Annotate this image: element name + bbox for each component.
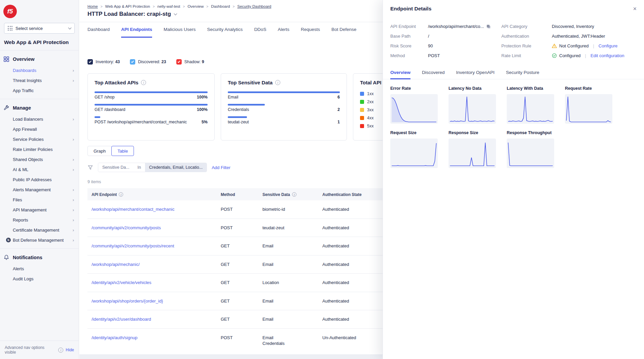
checkbox-icon (130, 59, 135, 65)
bell-icon (3, 254, 9, 261)
endpoint-link[interactable]: /identity/api/v2/user/dashboard (92, 317, 151, 322)
sidebar-item-api-management[interactable]: API Management› (0, 205, 79, 215)
check-circle-icon (552, 53, 557, 58)
checkbox-discovered[interactable]: Discovered: 23 (130, 59, 166, 65)
add-filter-button[interactable]: Add Filter (212, 165, 230, 170)
sidebar-item-ai-ml[interactable]: AI & ML› (0, 164, 79, 174)
sidebar-item-certificate-management[interactable]: Certificate Management› (0, 225, 79, 235)
info-icon: i (58, 348, 63, 353)
sidebar-item-reports[interactable]: Reports› (0, 215, 79, 225)
view-toggle-graph[interactable]: Graph (87, 146, 112, 156)
nav-section-notifications: NotificationsAlertsAudit Logs (0, 248, 79, 287)
metric-bar (95, 116, 100, 118)
chevron-right-icon: › (73, 137, 74, 142)
nav-section-manage: ManageLoad Balancers›App FirewallService… (0, 99, 79, 248)
card-title: Total API (360, 80, 381, 85)
legend-swatch (360, 92, 364, 96)
breadcrumb-item-security-dashboard[interactable]: Security Dashboard (237, 4, 271, 8)
panel-tab-inventory-openapi[interactable]: Inventory OpenAPI (456, 67, 495, 79)
app-root: f5 Select service Web App & API Protecti… (0, 0, 644, 359)
sidebar-nav: OverviewDashboards›Threat Insights›App T… (0, 50, 79, 287)
tab-requests[interactable]: Requests (301, 22, 320, 38)
column-sensitive-data: Sensitive Datai (258, 188, 318, 200)
sidebar-item-app-firewall[interactable]: App Firewall (0, 124, 79, 134)
checkbox-icon (87, 59, 93, 65)
legend-swatch (360, 100, 364, 104)
copy-icon[interactable] (486, 24, 491, 29)
checkbox-shadow[interactable]: Shadow: 9 (176, 59, 204, 65)
sidebar-item-rate-limiter-policies[interactable]: Rate Limiter Policies (0, 144, 79, 154)
info-icon: i (141, 80, 146, 85)
chart-plot (390, 94, 438, 124)
sidebar-item-public-ip-addresses[interactable]: Public IP Addresses (0, 174, 79, 185)
link-configure[interactable]: Configure (599, 43, 617, 48)
filter-operator[interactable]: In (134, 163, 145, 172)
breadcrumb-item-web-app-api-protection[interactable]: Web App & API Protection (105, 4, 150, 8)
waffle-icon (8, 26, 12, 31)
chart-latency-no-data: Latency No Data (449, 86, 496, 124)
chart-response-throughput: Response Throughput (507, 130, 554, 168)
chevron-right-icon: › (73, 187, 74, 192)
link-edit-configuration[interactable]: Edit configuration (591, 53, 624, 58)
sidebar-item-alerts-management[interactable]: Alerts Management› (0, 185, 79, 195)
chevron-down-icon[interactable] (174, 12, 177, 15)
tab-bot-defense[interactable]: Bot Defense (331, 22, 356, 38)
sidebar: f5 Select service Web App & API Protecti… (0, 0, 79, 359)
endpoint-link[interactable]: /identity/api/v2/vehicle/vehicles (92, 280, 151, 285)
view-toggle-table[interactable]: Table (111, 146, 134, 156)
select-service-dropdown[interactable]: Select service (4, 23, 75, 34)
panel-tab-discovered[interactable]: Discovered (422, 67, 445, 79)
tab-api-endpoints[interactable]: API Endpoints (121, 22, 152, 38)
chart-title: Request Size (390, 130, 438, 135)
tab-malicious-users[interactable]: Malicious Users (164, 22, 195, 38)
tab-ddos[interactable]: DDoS (254, 22, 266, 38)
chevron-right-icon: › (73, 78, 74, 83)
chevron-down-icon (68, 26, 72, 29)
tab-security-analytics[interactable]: Security Analytics (207, 22, 243, 38)
endpoint-link[interactable]: /community/api/v2/community/posts/recent (92, 243, 174, 248)
chart-title: Request Rate (565, 86, 612, 91)
panel-tab-overview[interactable]: Overview (390, 67, 410, 79)
sidebar-item-threat-insights[interactable]: Threat Insights› (0, 75, 79, 85)
hide-link[interactable]: Hide (66, 348, 74, 352)
chart-error-rate: Error Rate (390, 86, 438, 124)
filter-value[interactable]: Credentials, Email, Locatio... (145, 163, 207, 172)
chart-title: Latency With Data (507, 86, 554, 91)
chevron-right-icon: › (73, 228, 74, 233)
chart-plot (507, 138, 554, 168)
sidebar-item-app-traffic[interactable]: App Traffic (0, 85, 79, 95)
tab-dashboard[interactable]: Dashboard (87, 22, 110, 38)
sidebar-item-load-balancers[interactable]: Load Balancers› (0, 114, 79, 124)
f5-logo[interactable]: f5 (3, 5, 17, 18)
chart-plot (565, 94, 612, 124)
sidebar-item-files[interactable]: Files› (0, 195, 79, 205)
tab-alerts[interactable]: Alerts (278, 22, 289, 38)
sidebar-item-service-policies[interactable]: Service Policies› (0, 134, 79, 144)
breadcrumb-item-nelly-waf-test[interactable]: nelly-waf-test (157, 4, 180, 8)
endpoint-link[interactable]: /workshop/api/mechanic/ (92, 262, 140, 267)
endpoint-link[interactable]: /community/api/v2/community/posts (92, 225, 161, 230)
sidebar-item-dashboards[interactable]: Dashboards› (0, 65, 79, 75)
endpoint-link[interactable]: /identity/api/auth/signup (92, 335, 138, 340)
endpoint-link[interactable]: /workshop/api/merchant/contact_mechanic (92, 207, 174, 212)
chart-title: Error Rate (390, 86, 438, 91)
panel-tab-security-posture[interactable]: Security Posture (506, 67, 539, 79)
card-title: Top Attacked APIs (95, 80, 138, 85)
sensitive-data-row: Email6 (228, 91, 340, 99)
endpoint-link[interactable]: /workshop/api/shop/orders/{order_id} (92, 298, 163, 304)
field-risk-score: Risk Score90 (390, 42, 501, 49)
sidebar-item-audit-logs[interactable]: Audit Logs (0, 274, 79, 284)
close-icon[interactable]: × (633, 6, 637, 12)
sidebar-item-shared-objects[interactable]: Shared Objects› (0, 154, 79, 164)
sidebar-item-alerts[interactable]: Alerts (0, 264, 79, 274)
card-title: Top Sensitive Data (228, 80, 273, 85)
breadcrumb-item-dashboard[interactable]: Dashboard (211, 4, 230, 8)
field-protection-rule: Protection RuleNot Configured|Configure (501, 42, 637, 49)
endpoint-details-panel: Endpoint Details × API Endpoint/workshop… (383, 0, 644, 359)
checkbox-inventory[interactable]: Inventory: 43 (87, 59, 120, 65)
breadcrumb-item-home[interactable]: Home (87, 4, 98, 8)
sidebar-item-bot-defense-management[interactable]: bBot Defense Management› (0, 235, 79, 245)
breadcrumb-item-overview[interactable]: Overview (187, 4, 204, 8)
filter-field[interactable]: Sensitive Da... (98, 163, 134, 172)
field-base-path: Base Path/ (390, 33, 501, 40)
